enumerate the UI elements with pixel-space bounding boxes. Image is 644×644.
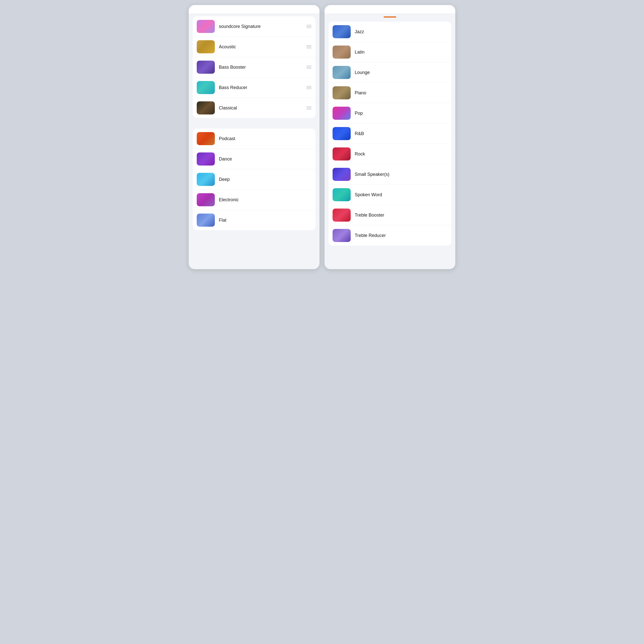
drag-handle-icon[interactable]	[306, 45, 311, 48]
scroll-indicator-area	[325, 14, 455, 19]
list-item[interactable]: Electronic	[193, 190, 315, 210]
list-item[interactable]: Rock	[329, 144, 451, 164]
item-label: Small Speaker(s)	[355, 172, 447, 177]
item-label: Dance	[219, 156, 311, 162]
item-thumbnail	[333, 107, 351, 120]
item-thumbnail	[197, 132, 215, 145]
scroll-bar	[384, 16, 396, 18]
item-thumbnail	[333, 209, 351, 222]
item-thumbnail	[197, 81, 215, 94]
item-thumbnail	[197, 61, 215, 74]
list-item[interactable]: Piano	[329, 83, 451, 103]
drag-handle-icon[interactable]	[306, 25, 311, 28]
drag-handle-icon[interactable]	[306, 86, 311, 89]
list-item[interactable]: Flat	[193, 210, 315, 230]
list-item[interactable]: Classical	[193, 98, 315, 118]
item-label: Electronic	[219, 197, 311, 203]
right-panel: JazzLatinLoungePianoPopR&BRockSmall Spea…	[325, 5, 455, 269]
drag-handle-icon[interactable]	[306, 106, 311, 109]
item-thumbnail	[333, 46, 351, 59]
hidden-list: PodcastDanceDeepElectronicFlat	[193, 129, 315, 230]
item-thumbnail	[333, 25, 351, 38]
list-item[interactable]: Spoken Word	[329, 185, 451, 205]
list-item[interactable]: Treble Reducer	[329, 225, 451, 246]
item-thumbnail	[333, 86, 351, 99]
item-thumbnail	[197, 101, 215, 114]
list-item[interactable]: Bass Reducer	[193, 77, 315, 98]
item-label: Latin	[355, 50, 447, 55]
item-thumbnail	[333, 127, 351, 140]
item-label: Treble Reducer	[355, 233, 447, 238]
list-item[interactable]: Treble Booster	[329, 205, 451, 225]
item-label: R&B	[355, 131, 447, 136]
item-label: Podcast	[219, 136, 311, 141]
item-label: Bass Reducer	[219, 85, 304, 90]
item-label: Classical	[219, 105, 304, 111]
item-label: Lounge	[355, 70, 447, 75]
left-header	[189, 5, 319, 14]
drag-handle-icon[interactable]	[306, 66, 311, 69]
item-thumbnail	[333, 229, 351, 242]
list-item[interactable]: soundcore Signature	[193, 16, 315, 37]
item-label: Flat	[219, 218, 311, 223]
item-thumbnail	[333, 168, 351, 181]
hidden-section-label	[189, 120, 319, 126]
list-item[interactable]: Jazz	[329, 22, 451, 42]
list-item[interactable]: Latin	[329, 42, 451, 62]
item-label: Pop	[355, 111, 447, 116]
right-header	[325, 5, 455, 14]
left-panel: soundcore SignatureAcousticBass BoosterB…	[189, 5, 319, 269]
item-label: Spoken Word	[355, 192, 447, 197]
list-item[interactable]: Podcast	[193, 129, 315, 149]
item-thumbnail	[197, 173, 215, 186]
list-item[interactable]: Acoustic	[193, 37, 315, 57]
item-thumbnail	[197, 152, 215, 166]
item-thumbnail	[197, 193, 215, 206]
item-label: Bass Booster	[219, 65, 304, 70]
list-item[interactable]: Lounge	[329, 62, 451, 83]
list-item[interactable]: Dance	[193, 149, 315, 169]
item-label: Deep	[219, 177, 311, 182]
list-item[interactable]: Pop	[329, 103, 451, 124]
item-label: soundcore Signature	[219, 24, 304, 29]
list-item[interactable]: Deep	[193, 169, 315, 190]
right-list: JazzLatinLoungePianoPopR&BRockSmall Spea…	[329, 22, 451, 246]
item-thumbnail	[333, 188, 351, 201]
item-label: Piano	[355, 90, 447, 96]
item-label: Rock	[355, 151, 447, 157]
item-thumbnail	[197, 40, 215, 53]
item-thumbnail	[197, 20, 215, 33]
list-item[interactable]: R&B	[329, 124, 451, 144]
list-item[interactable]: Bass Booster	[193, 57, 315, 77]
item-thumbnail	[333, 147, 351, 160]
item-thumbnail	[333, 66, 351, 79]
item-label: Jazz	[355, 29, 447, 34]
item-thumbnail	[197, 214, 215, 227]
item-label: Treble Booster	[355, 213, 447, 218]
item-label: Acoustic	[219, 44, 304, 50]
displayed-list: soundcore SignatureAcousticBass BoosterB…	[193, 16, 315, 118]
list-item[interactable]: Small Speaker(s)	[329, 164, 451, 185]
